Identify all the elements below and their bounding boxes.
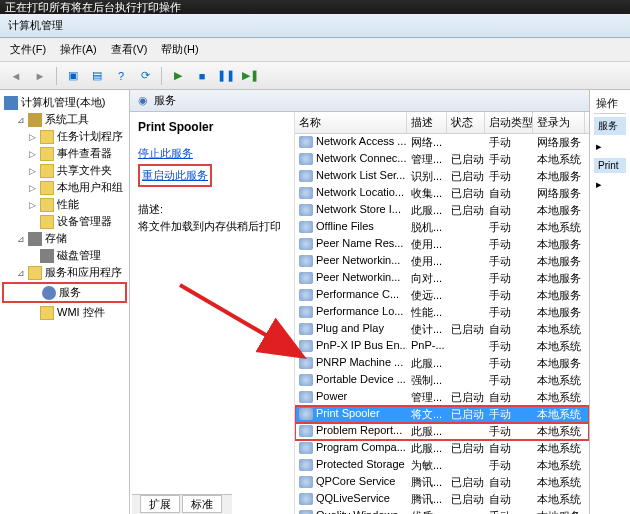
col-logon[interactable]: 登录为 [533,112,585,133]
folder-icon [40,198,54,212]
col-startup[interactable]: 启动类型 [485,112,533,133]
service-row[interactable]: Performance C...使远...手动本地服务 [295,287,589,304]
service-row[interactable]: Peer Networkin...使用...手动本地服务 [295,253,589,270]
tree-event[interactable]: ▷事件查看器 [2,145,127,162]
service-row[interactable]: Program Compa...此服...已启动自动本地系统 [295,440,589,457]
service-icon [299,153,313,165]
service-row[interactable]: PNRP Machine ...此服...手动本地服务 [295,355,589,372]
actions-print[interactable]: Print [594,158,626,173]
restart-service-link[interactable]: 重启动此服务 [142,168,208,183]
service-row[interactable]: QQLiveService腾讯...已启动自动本地系统 [295,491,589,508]
stop-button[interactable]: ■ [192,66,212,86]
tab-standard[interactable]: 标准 [182,495,222,513]
tree-diskmgr[interactable]: 磁盘管理 [2,247,127,264]
help-button[interactable]: ? [111,66,131,86]
folder-icon [40,147,54,161]
tree-services[interactable]: 服务 [4,284,125,301]
service-row[interactable]: PnP-X IP Bus En...PnP-...手动本地系统 [295,338,589,355]
list-rows[interactable]: Network Access ...网络...手动网络服务Network Con… [295,134,589,514]
actions-services[interactable]: 服务 [594,117,626,135]
service-row[interactable]: Performance Lo...性能...手动本地服务 [295,304,589,321]
service-icon [299,459,313,471]
service-row[interactable]: Network Connec...管理...已启动手动本地系统 [295,151,589,168]
service-row[interactable]: Peer Name Res...使用...手动本地服务 [295,236,589,253]
service-row[interactable]: Network Access ...网络...手动网络服务 [295,134,589,151]
list-header: 名称 描述 状态 启动类型 登录为 [295,112,589,134]
parent-titlebar: 正在打印所有将在后台执行打印操作 [0,0,630,14]
stop-service-link[interactable]: 停止此服务 [138,146,286,161]
tree-systools[interactable]: ⊿系统工具 [2,111,127,128]
service-row[interactable]: Network Locatio...收集...已启动自动网络服务 [295,185,589,202]
gear-icon: ◉ [138,94,148,107]
menubar: 文件(F) 操作(A) 查看(V) 帮助(H) [0,38,630,62]
menu-action[interactable]: 操作(A) [54,40,103,59]
tools-icon [28,113,42,127]
service-icon [299,272,313,284]
tree-task[interactable]: ▷任务计划程序 [2,128,127,145]
service-icon [299,425,313,437]
menu-view[interactable]: 查看(V) [105,40,154,59]
tab-extended[interactable]: 扩展 [140,495,180,513]
service-icon [299,374,313,386]
service-icon [299,323,313,335]
refresh-button[interactable]: ⟳ [135,66,155,86]
service-icon [299,289,313,301]
service-row[interactable]: Power管理...已启动自动本地系统 [295,389,589,406]
menu-file[interactable]: 文件(F) [4,40,52,59]
tree-devmgr[interactable]: 设备管理器 [2,213,127,230]
menu-help[interactable]: 帮助(H) [155,40,204,59]
tree-users[interactable]: ▷本地用户和组 [2,179,127,196]
service-icon [299,306,313,318]
storage-icon [28,232,42,246]
service-row[interactable]: Print Spooler将文...已启动手动本地系统 [295,406,589,423]
service-row[interactable]: Protected Storage为敏...手动本地系统 [295,457,589,474]
tree-storage[interactable]: ⊿存储 [2,230,127,247]
computer-icon [4,96,18,110]
actions-pane: 操作 服务 ▸ Print ▸ [590,90,630,514]
service-row[interactable]: Network Store I...此服...已启动自动本地服务 [295,202,589,219]
window-title: 计算机管理 [0,14,630,38]
service-row[interactable]: Quality Windows...优质...手动本地服务 [295,508,589,514]
nav-tree: 计算机管理(本地) ⊿系统工具 ▷任务计划程序 ▷事件查看器 ▷共享文件夹 ▷本… [0,90,130,514]
col-name[interactable]: 名称 [295,112,407,133]
folder-icon [40,130,54,144]
service-row[interactable]: Plug and Play使计...已启动自动本地系统 [295,321,589,338]
service-row[interactable]: QPCore Service腾讯...已启动自动本地系统 [295,474,589,491]
view-tabs: 扩展标准 [132,494,232,514]
services-list: 名称 描述 状态 启动类型 登录为 Network Access ...网络..… [295,112,589,514]
folder-icon [40,215,54,229]
service-name: Print Spooler [138,120,286,134]
service-icon [299,476,313,488]
tree-shared[interactable]: ▷共享文件夹 [2,162,127,179]
start-button[interactable]: ▶ [168,66,188,86]
up-button[interactable]: ▣ [63,66,83,86]
service-icon [299,357,313,369]
toolbar: ◄ ► ▣ ▤ ? ⟳ ▶ ■ ❚❚ ▶❚ [0,62,630,90]
tree-wmi[interactable]: WMI 控件 [2,304,127,321]
service-row[interactable]: Problem Report...此服...手动本地系统 [295,423,589,440]
service-row[interactable]: Portable Device ...强制...手动本地系统 [295,372,589,389]
desc-label: 描述: [138,202,286,217]
service-row[interactable]: Peer Networkin...向对...手动本地服务 [295,270,589,287]
tree-root[interactable]: 计算机管理(本地) [2,94,127,111]
folder-icon [40,181,54,195]
service-icon [299,255,313,267]
service-icon [299,170,313,182]
tree-perf[interactable]: ▷性能 [2,196,127,213]
service-icon [299,442,313,454]
actions-header: 操作 [594,94,626,114]
service-row[interactable]: Network List Ser...识别...已启动手动本地服务 [295,168,589,185]
pause-button[interactable]: ❚❚ [216,66,236,86]
service-icon [299,204,313,216]
service-row[interactable]: Offline Files脱机...手动本地系统 [295,219,589,236]
back-button[interactable]: ◄ [6,66,26,86]
props-button[interactable]: ▤ [87,66,107,86]
forward-button[interactable]: ► [30,66,50,86]
col-desc[interactable]: 描述 [407,112,447,133]
col-status[interactable]: 状态 [447,112,485,133]
service-icon [299,510,313,514]
restart-button[interactable]: ▶❚ [240,66,260,86]
disk-icon [40,249,54,263]
tree-apps[interactable]: ⊿服务和应用程序 [2,264,127,281]
folder-icon [28,266,42,280]
